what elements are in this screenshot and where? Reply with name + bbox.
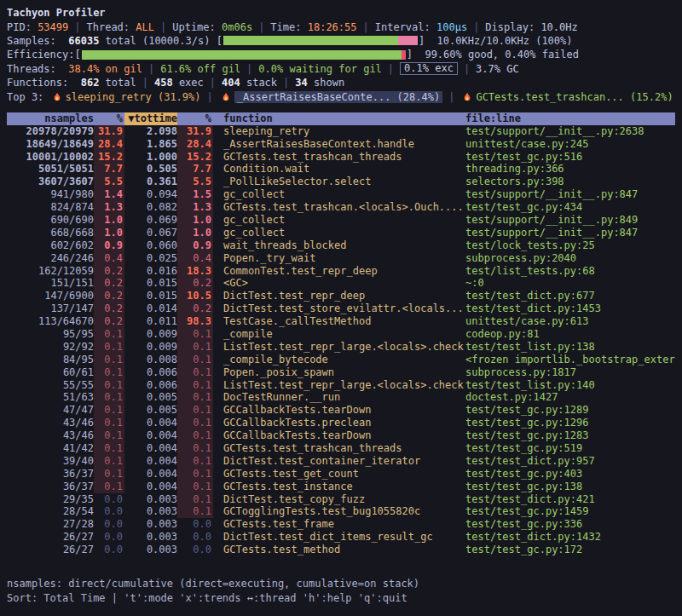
column-header-file-line[interactable]: file:line [465, 112, 675, 125]
cell-function: gc_collect [213, 227, 465, 239]
functions-count-label: shown [308, 77, 344, 89]
column-header-pct-direct[interactable]: % [94, 112, 124, 125]
table-row[interactable]: 147/69000.20.01510.5DictTest.test_repr_d… [7, 290, 675, 302]
table-row[interactable]: 36/370.10.0040.1GCTests.test_instancetes… [7, 481, 675, 493]
table-row[interactable]: 690/6901.00.0691.0gc_collecttest/support… [7, 214, 675, 227]
cell-nsamples: 47/47 [7, 404, 94, 417]
table-row[interactable]: 824/8741.30.0821.3GCTests.test_trashcan.… [7, 201, 675, 214]
cell-pct-direct: 0.1 [94, 366, 124, 379]
separator: | [207, 91, 213, 103]
top-function[interactable]: _AssertRaisesBaseConte... (28.4%) [234, 91, 442, 103]
cell-function: ListTest.test_repr_large.<locals>.check [213, 379, 465, 392]
separator: | [363, 21, 369, 33]
table-row[interactable]: 162/120590.20.01618.3CommonTest.test_rep… [7, 265, 675, 278]
bar-segment [402, 50, 406, 60]
cell-file-line: test/support/__init__.py:847 [465, 227, 675, 239]
column-header-nsamples[interactable]: nsamples [7, 112, 94, 125]
efficiency-line: Efficiency:[] 99.60% good, 0.40% failed [7, 48, 675, 61]
table-row[interactable]: 151/1510.20.0150.2<GC>~:0 [7, 277, 675, 290]
functions-count-label: total [99, 77, 136, 89]
cell-pct-direct: 0.1 [94, 417, 124, 429]
cell-pct-direct: 0.1 [94, 341, 124, 354]
table-row[interactable]: 10001/1000215.21.00015.2GCTests.test_tra… [7, 151, 675, 164]
top-function[interactable]: GCTests.test_trashcan... (15.2%) [476, 91, 673, 103]
table-row[interactable]: 55/550.10.0060.1ListTest.test_repr_large… [7, 379, 675, 392]
table-row[interactable]: 39/400.10.0040.1DictTest.test_container_… [7, 455, 675, 468]
cell-nsamples: 28/54 [7, 505, 94, 518]
top-function[interactable]: sleeping_retry (31.9%) [66, 91, 201, 103]
table-row[interactable]: 51/630.10.0050.1DocTestRunner.__rundocte… [7, 391, 675, 404]
functions-line: Functions: 862 total|458 exec|404 stack|… [7, 76, 675, 89]
samples-label: Samples: [7, 35, 68, 47]
table-row[interactable]: 41/420.10.0040.1GCTests.test_trashcan_th… [7, 442, 675, 455]
cell-pct-direct: 1.3 [94, 201, 124, 214]
table-row[interactable]: 26/270.00.0030.0GCTests.test_methodtest/… [7, 544, 675, 556]
bar-close-bracket: ] [419, 35, 425, 47]
cell-tottime: 0.003 [124, 505, 177, 518]
cell-function: ListTest.test_repr_large.<locals>.check [213, 341, 465, 354]
cell-tottime: 0.005 [124, 404, 177, 417]
thread-stat: 61.6% off gil [160, 63, 240, 75]
cell-tottime: 1.865 [124, 138, 177, 151]
table-row[interactable]: 602/6020.90.0600.9wait_threads_blockedte… [7, 239, 675, 252]
table-row[interactable]: 18649/1864928.41.86528.4_AssertRaisesBas… [7, 138, 675, 151]
cell-function: _PollLikeSelector.select [213, 176, 465, 188]
cell-pct-direct: 0.1 [94, 429, 124, 442]
table-row[interactable]: 92/920.10.0090.1ListTest.test_repr_large… [7, 341, 675, 354]
footer-keybindings: Sort: Total Time | 't':mode 'x':trends ↔… [7, 590, 675, 604]
table-row[interactable]: 29/350.00.0030.1DictTest.test_copy_fuzzt… [7, 493, 675, 506]
cell-pct-cumulative: 1.3 [177, 201, 213, 214]
table-row[interactable]: 246/2460.40.0250.4Popen._try_waitsubproc… [7, 252, 675, 265]
separator: | [388, 63, 394, 75]
cell-pct-direct: 0.0 [94, 518, 124, 531]
cell-tottime: 0.009 [124, 328, 177, 341]
cell-nsamples: 43/46 [7, 417, 94, 429]
cell-pct-direct: 0.1 [94, 404, 124, 417]
functions-count-label: stack [240, 77, 277, 89]
table-row[interactable]: 60/610.10.0060.1Popen._posix_spawnsubpro… [7, 366, 675, 379]
table-row[interactable]: 26/270.00.0030.0DictTest.test_dict_items… [7, 531, 675, 544]
thread-value[interactable]: ALL [136, 21, 154, 33]
cell-pct-direct: 1.0 [94, 214, 124, 227]
column-header-tottime-sorted[interactable]: ▼tottime [124, 112, 177, 125]
cell-pct-cumulative: 0.1 [177, 442, 213, 455]
table-row[interactable]: 47/470.10.0050.1GCCallbackTests.tearDown… [7, 404, 675, 417]
cell-file-line: <frozen importlib._bootstrap_external [465, 354, 675, 366]
cell-function: GCTests.test_instance [213, 481, 465, 493]
table-row[interactable]: 84/950.10.0080.1_compile_bytecode<frozen… [7, 354, 675, 366]
cell-function: sleeping_retry [213, 125, 465, 138]
cell-function: gc_collect [213, 214, 465, 227]
cell-nsamples: 36/37 [7, 481, 94, 493]
table-row[interactable]: 3607/36075.50.3615.5_PollLikeSelector.se… [7, 176, 675, 188]
cell-nsamples: 137/147 [7, 302, 94, 315]
cell-file-line: test/list_tests.py:68 [465, 265, 675, 278]
table-row[interactable]: 36/370.10.0040.1GCTests.test_get_countte… [7, 468, 675, 481]
table-row[interactable]: 95/950.10.0090.1_compilecodeop.py:81 [7, 328, 675, 341]
cell-function: Popen._posix_spawn [213, 366, 465, 379]
cell-function: GCTests.test_method [213, 544, 465, 556]
column-header-pct-cumulative[interactable]: % [177, 112, 213, 125]
separator: | [464, 63, 470, 75]
cell-tottime: 0.016 [124, 265, 177, 278]
table-row[interactable]: 28/540.00.0030.1GCTogglingTests.test_bug… [7, 505, 675, 518]
column-header-function[interactable]: function [213, 112, 465, 125]
table-row[interactable]: 20978/2097931.92.09831.9sleeping_retryte… [7, 125, 675, 138]
table-row[interactable]: 27/280.00.0030.0GCTests.test_frametest/t… [7, 518, 675, 531]
samples-progress-bar [223, 36, 418, 45]
table-row[interactable]: 5051/50517.70.5057.7Condition.waitthread… [7, 163, 675, 176]
table-row[interactable]: 137/1470.20.0140.2DictTest.test_store_ev… [7, 302, 675, 315]
cell-pct-direct: 5.5 [94, 176, 124, 188]
thread-stat: 3.7% GC [476, 63, 519, 75]
fire-icon [462, 91, 472, 103]
samples-rate: total (10000.3/s) [99, 35, 216, 47]
table-row[interactable]: 43/460.10.0040.1GCCallbackTests.preclean… [7, 417, 675, 429]
thread-label: Thread: [86, 21, 136, 33]
cell-file-line: test/test_dict.py:421 [465, 493, 675, 506]
cell-function: GCCallbackTests.tearDown [213, 429, 465, 442]
cell-pct-direct: 0.2 [94, 302, 124, 315]
table-row[interactable]: 113/646700.20.01198.3TestCase._callTestM… [7, 315, 675, 328]
table-row[interactable]: 668/6681.00.0671.0gc_collecttest/support… [7, 227, 675, 239]
table-row[interactable]: 941/9801.40.0941.5gc_collecttest/support… [7, 188, 675, 201]
cell-pct-cumulative: 0.1 [177, 468, 213, 481]
table-row[interactable]: 43/460.10.0040.1GCCallbackTests.tearDown… [7, 429, 675, 442]
